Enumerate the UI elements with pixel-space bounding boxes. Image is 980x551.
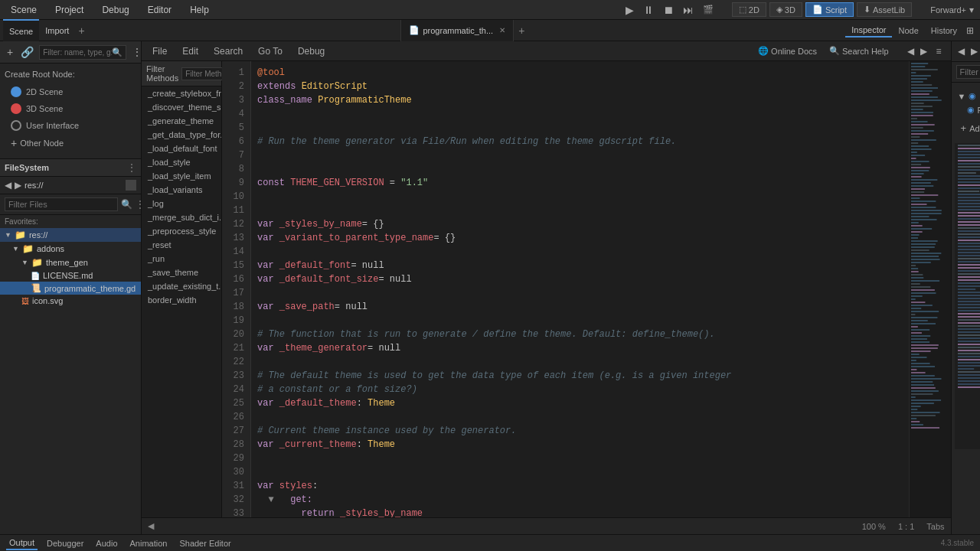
fs-forward-button[interactable]: ▶ <box>15 180 21 191</box>
mode-script-button[interactable]: 📄 Script <box>805 2 854 17</box>
fs-item-res[interactable]: ▼ 📁 res:// <box>0 228 141 242</box>
add-metadata-button[interactable]: + Add Metadata <box>955 119 980 137</box>
node-3d-label: 3D Scene <box>26 104 63 113</box>
script-tab-name: programmatic_th... <box>423 26 493 35</box>
code-minimap <box>909 61 951 517</box>
renderer-dropdown-icon[interactable]: ▾ <box>969 5 974 15</box>
fs-expand-icon: ▼ <box>5 231 11 239</box>
add-child-button[interactable]: + <box>5 44 15 60</box>
code-editor[interactable]: @toolextends EditorScriptclass_name Prog… <box>251 61 909 517</box>
methods-filter-input[interactable] <box>181 67 227 80</box>
inspector-tab-node[interactable]: Node <box>892 24 924 37</box>
script-tab-icon: 📄 <box>409 25 420 35</box>
inspector-expand-button[interactable]: ⊞ <box>963 24 977 37</box>
movie-button[interactable]: 🎬 <box>700 3 717 16</box>
fs-filter-input[interactable] <box>5 197 118 211</box>
method-item[interactable]: border_width <box>142 293 221 307</box>
pause-button[interactable]: ⏸ <box>640 2 657 18</box>
mode-2d-button[interactable]: ⬚ 2D <box>732 2 766 17</box>
tab-import[interactable]: Import <box>39 19 75 42</box>
create-root-label: Create Root Node: <box>5 70 136 79</box>
fs-folder-icon-tg: 📁 <box>31 257 43 268</box>
editor-goto-btn[interactable]: Go To <box>253 44 287 58</box>
editor-debug-btn[interactable]: Debug <box>293 44 329 58</box>
version-badge: 4.3.stable <box>941 539 974 547</box>
editor-edit-btn[interactable]: Edit <box>178 44 203 58</box>
filesystem-options-button[interactable]: ⋮ <box>127 162 136 173</box>
fs-expand-icon-addons: ▼ <box>12 245 19 253</box>
method-item[interactable]: _merge_sub_dict_i... <box>142 210 221 224</box>
scene-filter-input[interactable] <box>43 48 112 57</box>
method-item[interactable]: _preprocess_style <box>142 224 221 238</box>
node-2d-scene[interactable]: 2D Scene <box>5 83 136 100</box>
method-item[interactable]: _save_theme <box>142 266 221 279</box>
method-item[interactable]: _run <box>142 252 221 266</box>
fs-item-svg[interactable]: 🖼 icon.svg <box>0 295 141 307</box>
fs-back-button[interactable]: ◀ <box>5 180 11 191</box>
method-item[interactable]: _generate_theme <box>142 114 221 128</box>
method-item[interactable]: _load_variants <box>142 183 221 197</box>
menu-scene[interactable]: Scene <box>6 3 41 17</box>
fs-item-addons[interactable]: ▼ 📁 addons <box>0 242 141 256</box>
stop-button[interactable]: ⏹ <box>660 2 677 18</box>
menu-project[interactable]: Project <box>51 3 88 17</box>
output-tab-debugger[interactable]: Debugger <box>44 537 87 549</box>
tab-add[interactable]: + <box>78 24 84 37</box>
method-item[interactable]: _get_data_type_for... <box>142 128 221 142</box>
search-help-button[interactable]: 🔍 Search Help <box>829 46 889 56</box>
resource-section-header[interactable]: ▼ ◉ Resource (1 change) <box>955 89 980 103</box>
output-tab-shader[interactable]: Shader Editor <box>176 537 234 549</box>
inspector-history-back[interactable]: ◀ <box>956 44 966 58</box>
step-button[interactable]: ⏭ <box>680 2 697 18</box>
fs-addons-label: addons <box>37 244 64 253</box>
inspector-minimap <box>955 143 980 449</box>
method-item[interactable]: _reset <box>142 238 221 252</box>
inspector-tab-inspector[interactable]: Inspector <box>845 24 892 37</box>
mode-2d-icon: ⬚ <box>739 5 746 15</box>
editor-layout-toggle[interactable]: ≡ <box>933 44 945 58</box>
inspector-tab-history[interactable]: History <box>925 24 963 37</box>
method-item[interactable]: _discover_theme_s... <box>142 100 221 114</box>
editor-nav-prev[interactable]: ◀ <box>907 46 914 57</box>
method-item[interactable]: _log <box>142 197 221 210</box>
method-item[interactable]: _load_style <box>142 155 221 169</box>
menu-debug[interactable]: Debug <box>97 3 133 17</box>
node-ui-label: User Interface <box>26 121 79 130</box>
play-button[interactable]: ▶ <box>622 2 637 18</box>
method-item[interactable]: _load_default_font <box>142 142 221 155</box>
link-node-button[interactable]: 🔗 <box>18 44 36 60</box>
menu-editor[interactable]: Editor <box>143 3 176 17</box>
method-item[interactable]: _load_style_item <box>142 169 221 183</box>
inspector-history-forward[interactable]: ▶ <box>969 44 979 58</box>
output-tab-output[interactable]: Output <box>6 536 38 550</box>
mode-3d-icon: ◈ <box>776 5 782 15</box>
menu-help[interactable]: Help <box>185 3 214 17</box>
tab-scene[interactable]: Scene <box>3 19 39 42</box>
editor-nav-next[interactable]: ▶ <box>920 46 927 57</box>
output-tab-animation[interactable]: Animation <box>127 537 171 549</box>
mode-3d-button[interactable]: ◈ 3D <box>769 2 802 17</box>
method-item[interactable]: _update_existing_t... <box>142 279 221 293</box>
node-other[interactable]: + Other Node <box>5 134 136 152</box>
output-tab-audio[interactable]: Audio <box>93 537 120 549</box>
script-tab-close[interactable]: ✕ <box>499 26 505 34</box>
node-ui-scene[interactable]: User Interface <box>5 117 136 134</box>
filter-properties-input[interactable] <box>956 65 980 79</box>
fs-item-label: res:// <box>29 230 47 240</box>
new-tab-button[interactable]: + <box>514 24 529 37</box>
fs-item-gd[interactable]: 📜 programmatic_theme.gd <box>0 282 141 295</box>
node-other-label: Other Node <box>20 139 64 148</box>
scroll-left-btn[interactable]: ◀ <box>148 521 154 531</box>
online-docs-button[interactable]: 🌐 Online Docs <box>758 46 817 56</box>
node-3d-scene[interactable]: 3D Scene <box>5 100 136 117</box>
fs-item-license[interactable]: 📄 LICENSE.md <box>0 269 141 282</box>
editor-search-btn[interactable]: Search <box>209 44 247 58</box>
zoom-level: 100 % <box>862 522 886 531</box>
method-item[interactable]: _create_stylebox_fr... <box>142 86 221 100</box>
fs-path-toggle[interactable] <box>126 180 136 191</box>
editor-file-btn[interactable]: File <box>148 44 172 58</box>
fs-gd-icon: 📜 <box>31 283 41 293</box>
script-file-tab[interactable]: 📄 programmatic_th... ✕ <box>400 20 514 41</box>
mode-assetlib-button[interactable]: ⬇ AssetLib <box>857 2 912 17</box>
fs-item-theme-gen[interactable]: ▼ 📁 theme_gen <box>0 256 141 269</box>
